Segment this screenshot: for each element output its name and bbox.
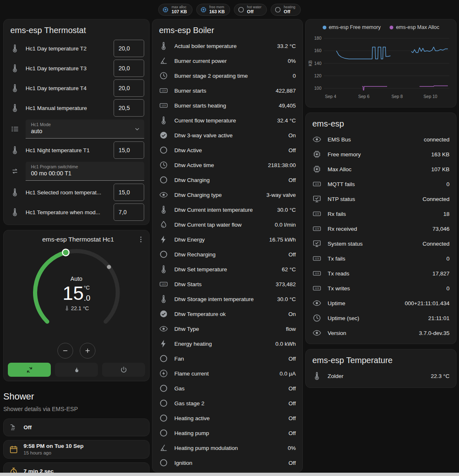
thermometer-icon (10, 64, 19, 73)
chart-legend: ems-esp Free memory ems-esp Max Alloc (308, 23, 454, 31)
number-input[interactable]: 20,5 (114, 99, 144, 117)
mode-select[interactable]: Hc1 Mode auto (26, 120, 144, 139)
entity-row[interactable]: Dhw Storage intern temperature 30.0 °C (152, 292, 302, 306)
entity-row[interactable]: 123 Rx received 73,046 (306, 221, 456, 236)
entity-row[interactable]: Dhw Type flow (152, 321, 302, 336)
chip-icon (312, 165, 321, 174)
left-column: ems-esp Thermostat Hc1 Day temperature T… (3, 19, 150, 476)
counter-icon: 123 (312, 269, 321, 278)
entity-row[interactable]: Dhw Charging type 3-way valve (152, 187, 302, 202)
entity-row[interactable]: Burner stage 2 operating time 0 (152, 68, 302, 83)
entity-row[interactable]: 123 Dhw Starts 373,482 (152, 277, 302, 292)
entity-row[interactable]: Uptime (sec) 21:11:01 (306, 311, 456, 325)
entity-row[interactable]: 123 Rx fails 18 (306, 206, 456, 221)
entity-row[interactable]: Gas stage 2 Off (152, 396, 302, 411)
mode-heat-button[interactable] (55, 363, 98, 377)
minus-icon (62, 347, 69, 354)
entity-row[interactable]: Dhw Set temperature 62 °C (152, 262, 302, 277)
entity-row[interactable]: Zolder 22.3 °C (306, 368, 456, 383)
svg-text:KB: KB (308, 60, 313, 66)
status-chip[interactable]: hot water Off (234, 4, 267, 16)
circle-icon (159, 354, 168, 363)
status-chip[interactable]: free mem 163 KB (196, 4, 230, 16)
thermostat-dial[interactable]: Auto 15 °C .0 22.1 °C (29, 244, 124, 342)
circle-icon (159, 458, 168, 467)
thermometer-icon (159, 294, 168, 304)
legend-item[interactable]: ems-esp Max Alloc (390, 24, 439, 30)
entity-row[interactable]: Version 3.7.0-dev.35 (306, 325, 456, 340)
mode-select-row: Hc1 Mode auto (4, 118, 149, 140)
svg-text:123: 123 (315, 213, 319, 215)
entity-row[interactable]: Max Alloc 107 KB (306, 162, 456, 177)
entity-row[interactable]: Dhw Active time 2181:38:00 (152, 158, 302, 172)
entity-row[interactable]: Heating pump Off (152, 426, 302, 440)
entity-row[interactable]: 123 Tx fails 0 (306, 251, 456, 266)
entity-row[interactable]: Ignition Off (152, 455, 302, 470)
circle-icon (238, 6, 245, 13)
eye-icon (312, 135, 321, 144)
entity-row[interactable]: System status Connected (306, 236, 456, 251)
status-chip[interactable]: heating Off (271, 4, 301, 16)
history-chart[interactable]: 100120140160180Sep 4Sep 6Sep 8Sep 10KB (308, 31, 452, 105)
entity-row[interactable]: Free memory 163 KB (306, 147, 456, 162)
legend-dot (390, 26, 393, 29)
temperature-entity-list: Zolder 22.3 °C (306, 368, 456, 387)
middle-column: ems-esp Boiler Actual boiler temperature… (152, 19, 303, 472)
entity-row[interactable]: 123 Tx writes 0 (306, 281, 456, 296)
entity-row[interactable]: EMS Bus connected (306, 132, 456, 147)
number-input[interactable]: 15,0 (114, 141, 144, 159)
temperature-card: ems-esp Temperature Zolder 22.3 °C (305, 349, 457, 388)
entity-row[interactable]: Dhw Current tap water flow 0.0 l/min (152, 217, 302, 232)
entity-row[interactable]: Dhw Recharging Off (152, 247, 302, 262)
card-title: ems-esp Thermostat Hc1 (10, 236, 137, 243)
number-input[interactable]: 20,0 (114, 60, 144, 77)
entity-row[interactable]: Dhw Active Off (152, 143, 302, 158)
entity-row[interactable]: Dhw Current intern temperature 30.0 °C (152, 202, 302, 217)
entity-row[interactable]: Uptime 000+21:11:01.434 (306, 296, 456, 311)
number-input[interactable]: 20,0 (114, 79, 144, 97)
more-menu-icon[interactable] (137, 235, 145, 244)
entity-row[interactable]: Dhw Temperature ok On (152, 306, 302, 321)
number-input[interactable]: 20,0 (114, 40, 144, 57)
status-chip[interactable]: max alloc 107 KB (158, 4, 192, 16)
entity-row[interactable]: Fan Off (152, 351, 302, 366)
entity-row[interactable]: Flame current 0.0 µA (152, 366, 302, 381)
mode-off-button[interactable] (102, 363, 145, 377)
shower-last-time-card[interactable]: 9:58 PM on Tue 10 Sep 15 hours ago (3, 440, 150, 459)
entity-row[interactable]: Heating pump modulation 0% (152, 440, 302, 455)
entity-row[interactable]: 123 Burner starts heating 49,405 (152, 98, 302, 113)
thermometer-icon (159, 205, 168, 214)
decrease-temp-button[interactable] (57, 343, 73, 359)
shower-icon (9, 423, 18, 432)
card-title: ems-esp Temperature (306, 349, 456, 368)
shower-state-card[interactable]: Off (3, 419, 150, 436)
svg-text:123: 123 (315, 287, 319, 289)
mode-auto-button[interactable] (8, 363, 51, 377)
entity-row[interactable]: 123 MQTT fails 0 (306, 177, 456, 191)
entity-row[interactable]: Burner current power 0% (152, 53, 302, 68)
increase-temp-button[interactable] (80, 343, 95, 359)
calendar-icon (9, 445, 18, 454)
entity-row[interactable]: Dhw 3-way valve active On (152, 128, 302, 143)
number-input[interactable]: 7,0 (114, 203, 144, 221)
legend-item[interactable]: ems-esp Free memory (323, 24, 381, 30)
horizontal-scrollbar[interactable] (0, 473, 459, 476)
entity-row[interactable]: Heating active Off (152, 411, 302, 426)
program-switchtime-field[interactable]: Hc1 Program switchtime 00 mo 00:00 T1 (26, 162, 144, 181)
counter-icon: 123 (159, 86, 168, 95)
circle-icon (159, 250, 168, 259)
entity-row[interactable]: 123 Tx reads 17,827 (306, 266, 456, 281)
entity-row[interactable]: Dhw Charging Off (152, 172, 302, 187)
entity-row[interactable]: Actual boiler temperature 33.2 °C (152, 38, 302, 53)
entity-row[interactable]: Energy heating 0.0 kWh (152, 336, 302, 351)
entity-row[interactable]: 123 Burner starts 422,887 (152, 83, 302, 98)
check-circle-icon (159, 131, 168, 140)
number-input[interactable]: 15,0 (114, 184, 144, 201)
entity-row[interactable]: NTP status Connected (306, 191, 456, 206)
circle-icon (159, 146, 168, 155)
entity-row[interactable]: Gas Off (152, 381, 302, 396)
circle-icon (159, 399, 168, 408)
entity-row[interactable]: Current flow temperature 32.4 °C (152, 113, 302, 128)
svg-text:Sep 10: Sep 10 (423, 94, 437, 99)
entity-row[interactable]: Dhw Energy 16.75 kWh (152, 232, 302, 247)
